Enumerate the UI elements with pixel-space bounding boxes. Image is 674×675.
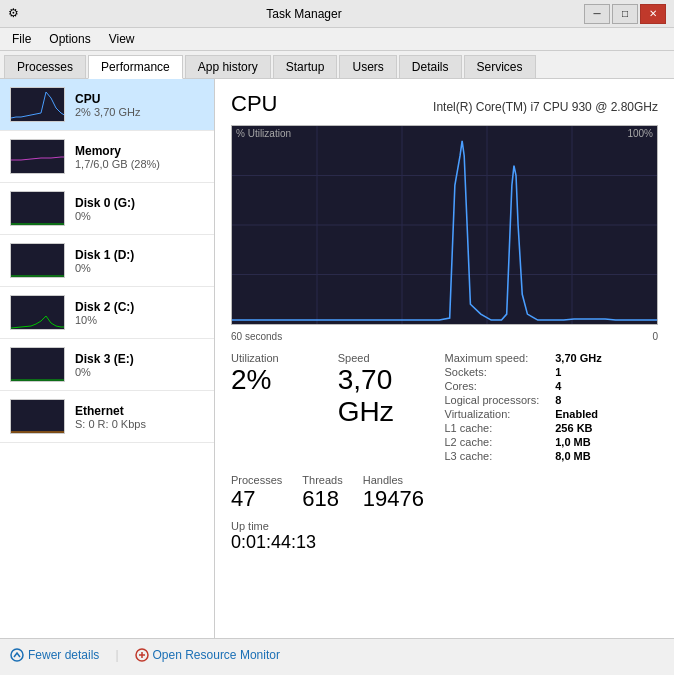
l1-value: 256 KB (555, 422, 658, 434)
processes-value: 47 (231, 486, 282, 512)
l2-value: 1,0 MB (555, 436, 658, 448)
ethernet-info: Ethernet S: 0 R: 0 Kbps (75, 404, 204, 430)
bottom-bar: Fewer details | Open Resource Monitor (0, 638, 674, 670)
l3-label: L3 cache: (445, 450, 548, 462)
tab-performance[interactable]: Performance (88, 55, 183, 79)
utilization-value: 2% (231, 364, 338, 396)
threads-label: Threads (302, 474, 342, 486)
menu-bar: File Options View (0, 28, 674, 51)
disk2-label: Disk 2 (C:) (75, 300, 204, 314)
sidebar-item-disk2[interactable]: Disk 2 (C:) 10% (0, 287, 214, 339)
tab-services[interactable]: Services (464, 55, 536, 78)
chart-time-labels: 60 seconds 0 (231, 331, 658, 342)
threads-group: Threads 618 (302, 474, 342, 512)
uptime-value: 0:01:44:13 (231, 532, 658, 553)
open-resource-monitor-label: Open Resource Monitor (153, 648, 280, 662)
utilization-group: Utilization 2% (231, 352, 338, 464)
l1-label: L1 cache: (445, 422, 548, 434)
uptime-section: Up time 0:01:44:13 (231, 520, 658, 553)
close-button[interactable]: ✕ (640, 4, 666, 24)
open-resource-monitor-button[interactable]: Open Resource Monitor (135, 648, 280, 662)
threads-value: 618 (302, 486, 342, 512)
minimize-button[interactable]: ─ (584, 4, 610, 24)
tab-users[interactable]: Users (339, 55, 396, 78)
handles-value: 19476 (363, 486, 424, 512)
cpu-header: CPU Intel(R) Core(TM) i7 CPU 930 @ 2.80G… (231, 91, 658, 117)
tab-app-history[interactable]: App history (185, 55, 271, 78)
sidebar-item-disk0[interactable]: Disk 0 (G:) 0% (0, 183, 214, 235)
cpu-label: CPU (75, 92, 204, 106)
tab-details[interactable]: Details (399, 55, 462, 78)
cpu-thumbnail (10, 87, 65, 122)
logical-value: 8 (555, 394, 658, 406)
cpu-info: CPU 2% 3,70 GHz (75, 92, 204, 118)
maximize-button[interactable]: □ (612, 4, 638, 24)
separator: | (115, 648, 118, 662)
fewer-details-button[interactable]: Fewer details (10, 648, 99, 662)
sockets-label: Sockets: (445, 366, 548, 378)
tab-startup[interactable]: Startup (273, 55, 338, 78)
sidebar-item-ethernet[interactable]: Ethernet S: 0 R: 0 Kbps (0, 391, 214, 443)
disk2-value: 10% (75, 314, 204, 326)
virt-value: Enabled (555, 408, 658, 420)
disk2-thumbnail (10, 295, 65, 330)
app-icon: ⚙ (8, 6, 24, 22)
cpu-model: Intel(R) Core(TM) i7 CPU 930 @ 2.80GHz (433, 100, 658, 114)
sidebar-item-disk3[interactable]: Disk 3 (E:) 0% (0, 339, 214, 391)
cores-value: 4 (555, 380, 658, 392)
svg-rect-3 (11, 244, 65, 278)
sidebar-item-cpu[interactable]: CPU 2% 3,70 GHz (0, 79, 214, 131)
disk1-info: Disk 1 (D:) 0% (75, 248, 204, 274)
menu-view[interactable]: View (101, 30, 143, 48)
disk1-label: Disk 1 (D:) (75, 248, 204, 262)
svg-rect-4 (11, 296, 65, 330)
handles-group: Handles 19476 (363, 474, 424, 512)
svg-rect-5 (11, 348, 65, 382)
disk3-label: Disk 3 (E:) (75, 352, 204, 366)
sidebar-item-memory[interactable]: Memory 1,7/6,0 GB (28%) (0, 131, 214, 183)
window-controls: ─ □ ✕ (584, 4, 666, 24)
virt-label: Virtualization: (445, 408, 548, 420)
disk0-info: Disk 0 (G:) 0% (75, 196, 204, 222)
sockets-value: 1 (555, 366, 658, 378)
utilization-label: Utilization (231, 352, 338, 364)
logical-label: Logical processors: (445, 394, 548, 406)
sidebar: CPU 2% 3,70 GHz Memory 1,7/6,0 GB (28%) (0, 79, 215, 638)
detail-panel: CPU Intel(R) Core(TM) i7 CPU 930 @ 2.80G… (215, 79, 674, 638)
disk3-info: Disk 3 (E:) 0% (75, 352, 204, 378)
handles-label: Handles (363, 474, 424, 486)
uptime-label: Up time (231, 520, 658, 532)
tab-bar: Processes Performance App history Startu… (0, 51, 674, 79)
sidebar-item-disk1[interactable]: Disk 1 (D:) 0% (0, 235, 214, 287)
disk3-value: 0% (75, 366, 204, 378)
menu-options[interactable]: Options (41, 30, 98, 48)
processes-group: Processes 47 (231, 474, 282, 512)
detail-title: CPU (231, 91, 277, 117)
max-speed-label: Maximum speed: (445, 352, 548, 364)
svg-rect-2 (11, 192, 65, 226)
speed-value: 3,70 GHz (338, 364, 445, 428)
cpu-chart: % Utilization 100% (231, 125, 658, 325)
svg-point-15 (11, 649, 23, 661)
disk1-thumbnail (10, 243, 65, 278)
cores-label: Cores: (445, 380, 548, 392)
l3-value: 8,0 MB (555, 450, 658, 462)
cpu-value: 2% 3,70 GHz (75, 106, 204, 118)
max-speed-value: 3,70 GHz (555, 352, 658, 364)
disk3-thumbnail (10, 347, 65, 382)
ethernet-thumbnail (10, 399, 65, 434)
memory-thumbnail (10, 139, 65, 174)
resource-monitor-icon (135, 648, 149, 662)
fewer-details-label: Fewer details (28, 648, 99, 662)
ethernet-label: Ethernet (75, 404, 204, 418)
chart-y-max: 100% (627, 128, 653, 139)
svg-rect-6 (11, 400, 65, 434)
tab-processes[interactable]: Processes (4, 55, 86, 78)
menu-file[interactable]: File (4, 30, 39, 48)
ethernet-value: S: 0 R: 0 Kbps (75, 418, 204, 430)
memory-label: Memory (75, 144, 204, 158)
main-content: CPU 2% 3,70 GHz Memory 1,7/6,0 GB (28%) (0, 79, 674, 638)
speed-group: Speed 3,70 GHz (338, 352, 445, 464)
disk0-thumbnail (10, 191, 65, 226)
disk2-info: Disk 2 (C:) 10% (75, 300, 204, 326)
